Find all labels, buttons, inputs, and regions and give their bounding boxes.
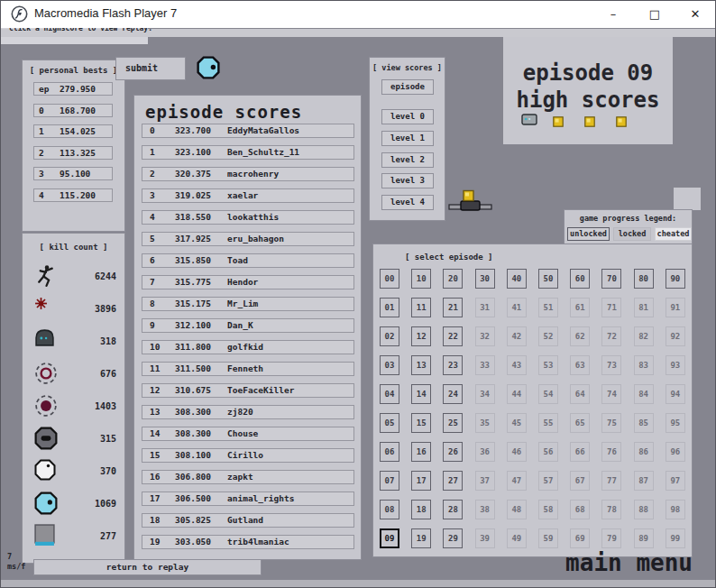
episode-cell-09[interactable]: 09 [380, 528, 399, 548]
episode-cell-51[interactable]: 51 [538, 298, 558, 317]
episode-cell-95[interactable]: 95 [666, 413, 685, 433]
episode-cell-73[interactable]: 73 [601, 355, 621, 375]
episode-cell-12[interactable]: 12 [411, 326, 431, 346]
episode-cell-57[interactable]: 57 [538, 471, 558, 491]
episode-cell-19[interactable]: 19 [411, 528, 431, 548]
highscore-row-10[interactable]: 10311.800golfkid [142, 340, 354, 354]
episode-cell-72[interactable]: 72 [601, 326, 621, 346]
episode-cell-71[interactable]: 71 [601, 298, 621, 317]
view-episode-button[interactable]: episode [381, 79, 434, 95]
episode-cell-31[interactable]: 31 [475, 298, 495, 317]
highscore-row-15[interactable]: 15308.100Cirillo [142, 448, 354, 463]
view-level-1-button[interactable]: level 1 [381, 131, 434, 146]
episode-cell-77[interactable]: 77 [601, 471, 621, 491]
episode-cell-11[interactable]: 11 [411, 298, 431, 317]
episode-cell-60[interactable]: 60 [570, 269, 590, 289]
episode-cell-84[interactable]: 84 [634, 384, 654, 404]
episode-cell-49[interactable]: 49 [507, 528, 527, 548]
episode-cell-21[interactable]: 21 [443, 298, 463, 317]
episode-cell-27[interactable]: 27 [443, 471, 463, 491]
episode-cell-14[interactable]: 14 [411, 384, 431, 404]
episode-cell-50[interactable]: 50 [538, 269, 558, 289]
maximize-button[interactable]: □ [634, 0, 675, 28]
episode-cell-24[interactable]: 24 [443, 384, 463, 404]
episode-cell-16[interactable]: 16 [411, 442, 431, 462]
episode-cell-88[interactable]: 88 [634, 500, 654, 519]
highscore-row-6[interactable]: 6315.850Toad [142, 253, 354, 268]
episode-cell-35[interactable]: 35 [475, 413, 495, 433]
episode-cell-17[interactable]: 17 [411, 471, 431, 491]
episode-cell-01[interactable]: 01 [380, 298, 399, 317]
episode-cell-97[interactable]: 97 [666, 471, 685, 491]
episode-cell-20[interactable]: 20 [443, 269, 463, 289]
episode-cell-92[interactable]: 92 [666, 326, 685, 346]
episode-cell-79[interactable]: 79 [601, 528, 621, 548]
episode-cell-22[interactable]: 22 [443, 326, 463, 346]
close-button[interactable]: ✕ [675, 0, 716, 28]
episode-cell-70[interactable]: 70 [601, 269, 621, 289]
episode-cell-03[interactable]: 03 [380, 355, 399, 375]
episode-cell-44[interactable]: 44 [507, 384, 527, 404]
episode-cell-63[interactable]: 63 [570, 355, 590, 375]
episode-cell-40[interactable]: 40 [507, 269, 527, 289]
episode-cell-98[interactable]: 98 [666, 500, 685, 519]
highscore-row-11[interactable]: 11311.500Fenneth [142, 362, 354, 376]
view-level-0-button[interactable]: level 0 [381, 109, 434, 124]
episode-cell-59[interactable]: 59 [538, 528, 558, 548]
episode-cell-64[interactable]: 64 [570, 384, 590, 404]
episode-cell-99[interactable]: 99 [666, 528, 685, 548]
episode-cell-02[interactable]: 02 [380, 326, 399, 346]
episode-cell-08[interactable]: 08 [380, 500, 399, 519]
episode-cell-82[interactable]: 82 [634, 326, 654, 346]
episode-cell-54[interactable]: 54 [538, 384, 558, 404]
episode-cell-91[interactable]: 91 [666, 298, 685, 317]
episode-cell-86[interactable]: 86 [634, 442, 654, 462]
highscore-row-7[interactable]: 7315.775Hendor [142, 275, 354, 289]
episode-cell-69[interactable]: 69 [570, 528, 590, 548]
episode-cell-90[interactable]: 90 [666, 269, 685, 289]
episode-cell-34[interactable]: 34 [475, 384, 495, 404]
episode-cell-28[interactable]: 28 [443, 500, 463, 519]
episode-cell-80[interactable]: 80 [634, 269, 654, 289]
episode-cell-93[interactable]: 93 [666, 355, 685, 375]
episode-cell-13[interactable]: 13 [411, 355, 431, 375]
highscore-row-16[interactable]: 16306.800zapkt [142, 470, 354, 484]
episode-cell-96[interactable]: 96 [666, 442, 685, 462]
highscore-row-0[interactable]: 0323.700EddyMataGallos [142, 124, 354, 138]
episode-cell-37[interactable]: 37 [475, 471, 495, 491]
episode-cell-66[interactable]: 66 [570, 442, 590, 462]
episode-cell-74[interactable]: 74 [601, 384, 621, 404]
episode-cell-53[interactable]: 53 [538, 355, 558, 375]
episode-cell-05[interactable]: 05 [380, 413, 399, 433]
highscore-row-1[interactable]: 1323.100Ben_Schultz_11 [142, 145, 354, 160]
episode-cell-45[interactable]: 45 [507, 413, 527, 433]
episode-cell-06[interactable]: 06 [380, 442, 399, 462]
highscore-row-5[interactable]: 5317.925eru_bahagon [142, 232, 354, 246]
episode-cell-68[interactable]: 68 [570, 500, 590, 519]
return-to-replay-button[interactable]: return to replay [33, 559, 262, 575]
episode-cell-30[interactable]: 30 [475, 269, 495, 289]
episode-cell-94[interactable]: 94 [666, 384, 685, 404]
episode-cell-23[interactable]: 23 [443, 355, 463, 375]
episode-cell-38[interactable]: 38 [475, 500, 495, 519]
submit-button[interactable]: submit [115, 57, 186, 80]
episode-cell-48[interactable]: 48 [507, 500, 527, 519]
highscore-row-9[interactable]: 9312.100Dan_K [142, 318, 354, 333]
minimize-button[interactable]: – [592, 0, 634, 28]
episode-cell-07[interactable]: 07 [380, 471, 399, 491]
episode-cell-83[interactable]: 83 [634, 355, 654, 375]
episode-cell-26[interactable]: 26 [443, 442, 463, 462]
view-level-4-button[interactable]: level 4 [381, 195, 434, 210]
episode-cell-46[interactable]: 46 [507, 442, 527, 462]
episode-cell-58[interactable]: 58 [538, 500, 558, 519]
episode-cell-62[interactable]: 62 [570, 326, 590, 346]
episode-cell-56[interactable]: 56 [538, 442, 558, 462]
episode-cell-41[interactable]: 41 [507, 298, 527, 317]
episode-cell-43[interactable]: 43 [507, 355, 527, 375]
episode-cell-36[interactable]: 36 [475, 442, 495, 462]
highscore-row-3[interactable]: 3319.025xaelar [142, 188, 354, 203]
episode-cell-32[interactable]: 32 [475, 326, 495, 346]
episode-cell-78[interactable]: 78 [601, 500, 621, 519]
episode-cell-47[interactable]: 47 [507, 471, 527, 491]
highscore-row-4[interactable]: 4318.550lookatthis [142, 210, 354, 225]
